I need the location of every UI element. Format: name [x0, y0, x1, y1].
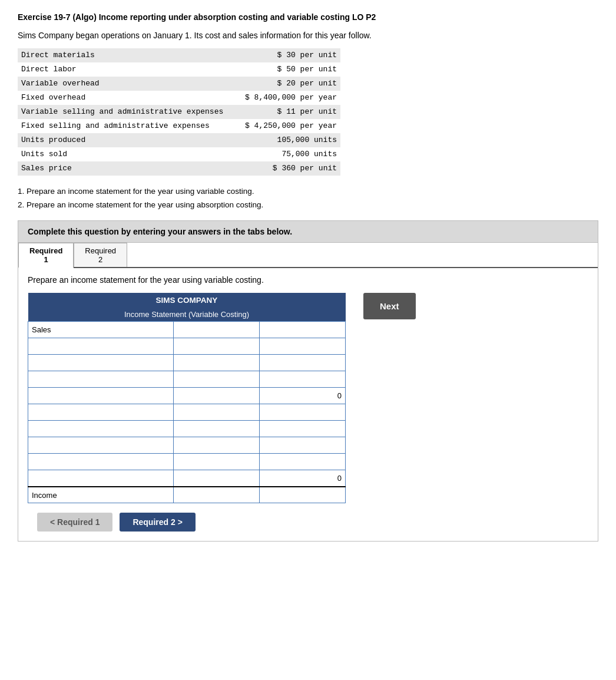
- table-row: [28, 371, 346, 388]
- row-col2-cell: [260, 404, 346, 421]
- info-label: Variable overhead: [18, 77, 241, 91]
- row-col2-input[interactable]: [262, 342, 343, 351]
- row-col2-cell: [260, 322, 346, 338]
- row-label-input[interactable]: [31, 424, 171, 433]
- info-table: Direct materials$ 30 per unitDirect labo…: [18, 48, 340, 176]
- row-col1-cell: [174, 421, 260, 437]
- statement-title: Income Statement (Variable Costing): [28, 308, 346, 322]
- row-col1-input[interactable]: [176, 474, 257, 483]
- row-col2-input[interactable]: [262, 325, 343, 334]
- info-label: Variable selling and administrative expe…: [18, 105, 241, 119]
- info-value: $ 8,400,000 per year: [241, 91, 340, 105]
- table-row: [28, 355, 346, 371]
- row-label-cell: [28, 404, 174, 421]
- row-label-input[interactable]: [31, 342, 171, 351]
- row-col2-input[interactable]: [262, 441, 343, 450]
- tabs-area: Required 1Required 2 Prepare an income s…: [18, 243, 598, 542]
- info-label: Direct labor: [18, 62, 241, 77]
- task-item: 1. Prepare an income statement for the y…: [18, 185, 598, 199]
- row-col1-cell: [174, 388, 260, 404]
- row-col1-input[interactable]: [176, 342, 257, 351]
- row-label-input[interactable]: [31, 457, 171, 466]
- row-col2-cell: [260, 338, 346, 355]
- tabs-row: Required 1Required 2: [18, 243, 598, 268]
- row-col1-input[interactable]: [176, 391, 257, 400]
- row-col1-input[interactable]: [176, 358, 257, 367]
- info-value: $ 4,250,000 per year: [241, 119, 340, 133]
- row-label-cell: [28, 437, 174, 454]
- info-value: 105,000 units: [241, 133, 340, 147]
- table-row: 0: [28, 470, 346, 487]
- row-label-input[interactable]: [31, 325, 171, 334]
- row-col2-cell: 0: [260, 388, 346, 404]
- table-row: [28, 421, 346, 437]
- tasks-list: 1. Prepare an income statement for the y…: [18, 185, 598, 212]
- row-col1-cell: [174, 470, 260, 487]
- next-required-button[interactable]: Required 2 >: [120, 513, 195, 532]
- row-col1-cell: [174, 437, 260, 454]
- info-value: $ 20 per unit: [241, 77, 340, 91]
- table-company-name-row: SIMS COMPANY: [28, 293, 346, 308]
- row-label-cell: [28, 487, 174, 503]
- row-col1-cell: [174, 454, 260, 470]
- row-col2-input[interactable]: [262, 424, 343, 433]
- row-col1-input[interactable]: [176, 441, 257, 450]
- tab-content: Prepare an income statement for the year…: [18, 268, 598, 541]
- info-value: $ 50 per unit: [241, 62, 340, 77]
- row-col2-input[interactable]: [262, 358, 343, 367]
- info-label: Direct materials: [18, 48, 241, 62]
- intro-text: Sims Company began operations on January…: [18, 31, 598, 40]
- row-col2-cell: [260, 371, 346, 388]
- table-row: [28, 487, 346, 503]
- row-col1-input[interactable]: [176, 408, 257, 417]
- row-col2-cell: [260, 454, 346, 470]
- row-label-input[interactable]: [31, 474, 171, 483]
- row-col2-input[interactable]: [262, 491, 343, 500]
- row-label-cell: [28, 338, 174, 355]
- row-col1-cell: [174, 338, 260, 355]
- row-col1-input[interactable]: [176, 457, 257, 466]
- row-col1-input[interactable]: [176, 424, 257, 433]
- row-label-input[interactable]: [31, 441, 171, 450]
- row-col1-input[interactable]: [176, 375, 257, 384]
- info-label: Units produced: [18, 133, 241, 147]
- table-row: [28, 338, 346, 355]
- row-label-input[interactable]: [31, 491, 171, 500]
- table-row: [28, 322, 346, 338]
- row-col1-cell: [174, 404, 260, 421]
- table-row: [28, 404, 346, 421]
- row-col2-cell: 0: [260, 470, 346, 487]
- row-label-input[interactable]: [31, 391, 171, 400]
- company-name: SIMS COMPANY: [28, 293, 346, 308]
- row-label-input[interactable]: [31, 375, 171, 384]
- info-value: $ 30 per unit: [241, 48, 340, 62]
- exercise-title: Exercise 19-7 (Algo) Income reporting un…: [18, 12, 598, 24]
- row-col2-cell: [260, 487, 346, 503]
- row-col1-input[interactable]: [176, 325, 257, 334]
- row-col1-cell: [174, 371, 260, 388]
- row-col2-input[interactable]: [262, 375, 343, 384]
- row-col2-input[interactable]: [262, 457, 343, 466]
- info-label: Sales price: [18, 161, 241, 176]
- row-col2-cell: [260, 421, 346, 437]
- tab-required-2[interactable]: Required 2: [74, 243, 127, 267]
- row-col2-input[interactable]: [262, 408, 343, 417]
- row-col2-cell: [260, 437, 346, 454]
- row-label-cell: [28, 355, 174, 371]
- tab-required-1[interactable]: Required 1: [18, 243, 74, 268]
- row-col1-cell: [174, 322, 260, 338]
- row-col1-input[interactable]: [176, 491, 257, 500]
- next-button[interactable]: Next: [363, 293, 416, 319]
- table-row: [28, 437, 346, 454]
- row-label-cell: [28, 388, 174, 404]
- row-label-cell: [28, 371, 174, 388]
- row-label-input[interactable]: [31, 358, 171, 367]
- prev-required-button[interactable]: < Required 1: [37, 513, 112, 532]
- row-label-input[interactable]: [31, 408, 171, 417]
- row-label-cell: [28, 322, 174, 338]
- task-item: 2. Prepare an income statement for the y…: [18, 199, 598, 212]
- row-col1-cell: [174, 487, 260, 503]
- statement-table: SIMS COMPANY Income Statement (Variable …: [28, 293, 346, 503]
- info-value: $ 360 per unit: [241, 161, 340, 176]
- table-row: 0: [28, 388, 346, 404]
